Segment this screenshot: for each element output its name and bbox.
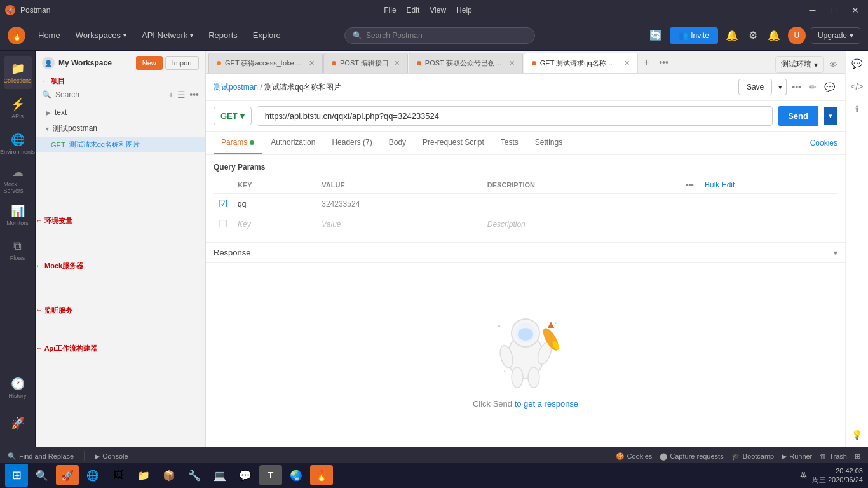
import-button[interactable]: Import <box>165 56 199 70</box>
param-value-value[interactable]: 324233524 <box>322 200 360 208</box>
tab-tests[interactable]: Tests <box>493 132 526 154</box>
tab-3[interactable]: POST 获取公众号已创建的 ✕ <box>409 53 523 73</box>
layout-item[interactable]: ⊞ <box>855 452 860 461</box>
find-replace-item[interactable]: 🔍 Find and Replace <box>8 452 74 461</box>
taskbar-app-ps[interactable]: 🖼 <box>107 465 130 485</box>
close-tab-2-icon[interactable]: ✕ <box>394 59 400 67</box>
workspaces-nav[interactable]: Workspaces ▾ <box>71 28 132 43</box>
save-dropdown-button[interactable]: ▾ <box>775 79 787 95</box>
response-chevron-icon[interactable]: ▾ <box>834 248 837 257</box>
col-more-icon[interactable]: ••• <box>686 180 694 189</box>
taskbar-app-tools[interactable]: 🔧 <box>183 465 206 485</box>
runner-item[interactable]: ▶ Runner <box>782 452 812 461</box>
tab-4[interactable]: GET 测试请求qq名称和图！ ✕ <box>524 53 638 73</box>
save-button[interactable]: Save <box>738 79 772 95</box>
upgrade-button[interactable]: Upgrade ▾ <box>811 27 860 44</box>
tab-2[interactable]: POST 编辑接口 ✕ <box>323 53 408 73</box>
invite-button[interactable]: 👥 Invite <box>670 27 718 44</box>
start-button[interactable]: ⊞ <box>5 464 28 487</box>
sidebar-item-monitors[interactable]: 📊 Monitors <box>4 198 32 231</box>
close-tab-4-icon[interactable]: ✕ <box>624 59 630 67</box>
sidebar-item-history[interactable]: 🕐 History <box>4 371 32 404</box>
sidebar-item-environments[interactable]: 🌐 Environments <box>4 127 32 160</box>
tab-body[interactable]: Body <box>381 132 414 154</box>
trash-item[interactable]: 🗑 Trash <box>820 452 847 460</box>
search-bar[interactable]: 🔍 Search Postman <box>344 27 535 44</box>
info-icon[interactable]: ℹ <box>853 102 861 117</box>
empty-key-placeholder[interactable]: Key <box>238 220 251 229</box>
sidebar-item-collections[interactable]: 📁 Collections <box>4 56 32 89</box>
notification-icon[interactable]: 🔔 <box>723 27 741 44</box>
tab-params[interactable]: Params <box>214 132 262 154</box>
close-button[interactable]: ✕ <box>848 4 863 17</box>
list-icon[interactable]: ☰ <box>177 90 186 100</box>
sidebar-item-apis[interactable]: ⚡ APIs <box>4 92 32 125</box>
add-tab-button[interactable]: + <box>639 57 654 68</box>
tab-1[interactable]: GET 获得access_token值 ✕ <box>208 53 323 73</box>
home-nav[interactable]: Home <box>33 28 65 43</box>
tab-headers[interactable]: Headers (7) <box>324 132 379 154</box>
new-button[interactable]: New <box>136 56 163 70</box>
user-avatar[interactable]: U <box>788 27 806 44</box>
eye-icon[interactable]: 👁 <box>829 60 837 70</box>
close-tab-1-icon[interactable]: ✕ <box>309 59 315 67</box>
send-dropdown-button[interactable]: ▾ <box>824 107 837 125</box>
taskbar-app-apps[interactable]: 📦 <box>158 465 180 485</box>
minimize-button[interactable]: ─ <box>806 4 820 17</box>
tree-folder-text[interactable]: ▶ text <box>36 105 205 120</box>
menu-file[interactable]: File <box>384 6 396 15</box>
more-tabs-icon[interactable]: ••• <box>655 57 672 67</box>
menu-view[interactable]: View <box>430 6 446 15</box>
sync-icon[interactable]: 🔄 <box>647 27 665 44</box>
sidebar-item-bottom[interactable]: 🚀 <box>4 407 32 440</box>
cookies-link[interactable]: Cookies <box>810 139 837 147</box>
explore-nav[interactable]: Explore <box>248 28 286 43</box>
row-checkbox[interactable]: ☑ <box>219 198 227 209</box>
taskbar-app-browser[interactable]: 🌏 <box>285 465 308 485</box>
taskbar-app-postman[interactable]: 🚀 <box>56 465 79 485</box>
param-key-value[interactable]: qq <box>238 200 246 208</box>
capture-requests-item[interactable]: ⬤ Capture requests <box>660 452 723 461</box>
bootcamp-item[interactable]: 🎓 Bootcamp <box>731 452 775 461</box>
send-button[interactable]: Send <box>778 106 818 126</box>
menu-help[interactable]: Help <box>456 6 472 15</box>
comment-panel-icon[interactable]: 💬 <box>849 56 865 71</box>
taskbar-app-chat[interactable]: 💬 <box>234 465 257 485</box>
console-item[interactable]: ▶ Console <box>95 452 128 461</box>
taskbar-app-edge[interactable]: 🌐 <box>81 465 104 485</box>
api-network-nav[interactable]: API Network ▾ <box>137 28 198 43</box>
tree-endpoint-active[interactable]: GET 测试请求qq名称和图片 <box>36 137 205 152</box>
env-selector[interactable]: 测试环境 ▾ <box>775 56 824 73</box>
get-response-link[interactable]: to get a response <box>515 399 578 409</box>
lightbulb-icon[interactable]: 💡 <box>849 427 865 442</box>
taskbar-app-files[interactable]: 📁 <box>132 465 155 485</box>
sidebar-item-flows[interactable]: ⧉ Flows <box>4 234 32 267</box>
tab-settings[interactable]: Settings <box>527 132 570 154</box>
taskbar-app-t[interactable]: T <box>259 465 282 485</box>
reports-nav[interactable]: Reports <box>203 28 243 43</box>
empty-desc-placeholder[interactable]: Description <box>487 220 526 229</box>
bulk-edit-button[interactable]: Bulk Edit <box>705 180 735 189</box>
collections-search-input[interactable] <box>55 90 165 99</box>
method-selector[interactable]: GET ▾ <box>214 107 252 125</box>
edit-icon[interactable]: ✏ <box>806 79 819 95</box>
taskbar-app-orange[interactable]: 🔥 <box>310 465 333 485</box>
cookies-status-item[interactable]: 🍪 Cookies <box>616 452 653 461</box>
tab-prerequest[interactable]: Pre-request Script <box>415 132 492 154</box>
bell-icon[interactable]: 🔔 <box>765 27 783 44</box>
menu-edit[interactable]: Edit <box>407 6 420 15</box>
empty-value-placeholder[interactable]: Value <box>322 220 341 229</box>
maximize-button[interactable]: □ <box>827 4 840 17</box>
sidebar-item-mock-servers[interactable]: ☁ Mock Servers <box>4 163 32 196</box>
taskbar-app-code[interactable]: 💻 <box>208 465 231 485</box>
url-input[interactable] <box>257 106 773 126</box>
close-tab-3-icon[interactable]: ✕ <box>509 59 515 67</box>
tree-folder-ceshi[interactable]: ▾ 测试postman <box>36 120 205 137</box>
breadcrumb-parent[interactable]: 测试postman <box>214 83 258 92</box>
comment-icon[interactable]: 💬 <box>822 79 837 95</box>
add-collection-icon[interactable]: + <box>168 90 173 100</box>
tab-authorization[interactable]: Authorization <box>263 132 323 154</box>
more-options-icon[interactable]: ••• <box>189 90 199 100</box>
taskbar-app-search[interactable]: 🔍 <box>31 465 53 485</box>
more-actions-icon[interactable]: ••• <box>789 79 804 95</box>
